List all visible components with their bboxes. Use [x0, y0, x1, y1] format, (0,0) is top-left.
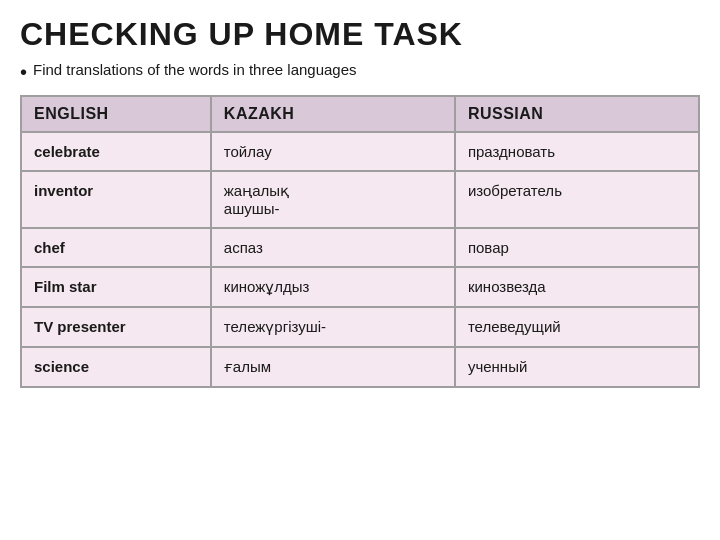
page-title: CHECKING UP HOME TASK	[20, 16, 700, 53]
table-row: celebrateтойлаупраздновать	[21, 132, 699, 171]
cell-english: celebrate	[21, 132, 211, 171]
cell-kazakh: тележүргізуші-	[211, 307, 455, 347]
cell-english: chef	[21, 228, 211, 267]
cell-russian: телеведущий	[455, 307, 699, 347]
cell-kazakh: жаңалық ашушы-	[211, 171, 455, 228]
table-row: TV presenterтележүргізуші-телеведущий	[21, 307, 699, 347]
cell-english: science	[21, 347, 211, 387]
column-header-english: ENGLISH	[21, 96, 211, 132]
subtitle-container: • Find translations of the words in thre…	[20, 61, 700, 83]
subtitle-text: Find translations of the words in three …	[33, 61, 357, 78]
table-row: scienceғалымученный	[21, 347, 699, 387]
column-header-kazakh: KAZAKH	[211, 96, 455, 132]
cell-kazakh: аспаз	[211, 228, 455, 267]
cell-english: Film star	[21, 267, 211, 307]
cell-russian: праздновать	[455, 132, 699, 171]
cell-english: TV presenter	[21, 307, 211, 347]
bullet-icon: •	[20, 61, 27, 83]
cell-russian: ученный	[455, 347, 699, 387]
cell-kazakh: киножұлдыз	[211, 267, 455, 307]
cell-russian: изобретатель	[455, 171, 699, 228]
column-header-russian: RUSSIAN	[455, 96, 699, 132]
vocabulary-table: ENGLISH KAZAKH RUSSIAN celebrateтойлаупр…	[20, 95, 700, 388]
table-row: chefаспазповар	[21, 228, 699, 267]
cell-russian: кинозвезда	[455, 267, 699, 307]
table-row: inventorжаңалық ашушы-изобретатель	[21, 171, 699, 228]
cell-kazakh: ғалым	[211, 347, 455, 387]
cell-english: inventor	[21, 171, 211, 228]
table-header-row: ENGLISH KAZAKH RUSSIAN	[21, 96, 699, 132]
table-row: Film starкиножұлдызкинозвезда	[21, 267, 699, 307]
cell-russian: повар	[455, 228, 699, 267]
cell-kazakh: тойлау	[211, 132, 455, 171]
